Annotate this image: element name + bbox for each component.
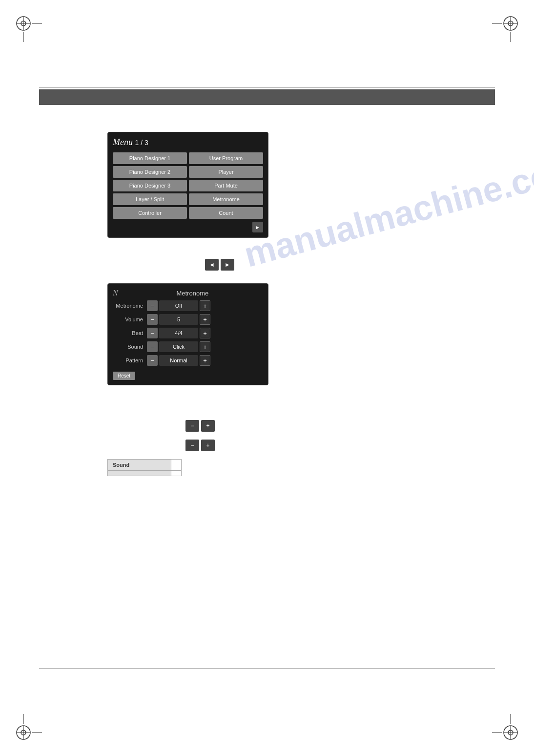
nav-arrows: ◄ ► [205,259,234,271]
metro-minus-sound[interactable]: − [147,341,158,352]
metro-row-sound: Sound − Click + [113,341,263,352]
metro-label-sound: Sound [113,344,147,350]
metro-value-beat: 4/4 [159,328,198,338]
metro-minus-pattern[interactable]: − [147,355,158,366]
metro-row-volume: Volume − 5 + [113,314,263,325]
menu-btn-layer-split[interactable]: Layer / Split [113,193,187,205]
metro-value-volume: 5 [159,314,198,325]
nav-next-button[interactable]: ► [221,259,234,271]
menu-btn-part-mute[interactable]: Part Mute [189,180,263,191]
top-rule [39,87,495,87]
menu-btn-piano-designer-1[interactable]: Piano Designer 1 [113,152,187,164]
metro-plus-volume[interactable]: + [200,314,210,325]
metro-minus-metronome[interactable]: − [147,300,158,311]
metro-minus-beat[interactable]: − [147,328,158,338]
metro-screen: N Metronome Metronome − Off + Volume − 5… [107,283,268,385]
corner-mark-tl [15,15,44,44]
menu-grid: Piano Designer 1 User Program Piano Desi… [113,152,263,219]
metro-plus-metronome[interactable]: + [200,300,210,311]
bottom-nav-row-1: − + [185,420,215,432]
metro-reset-button[interactable]: Reset [113,372,135,380]
menu-btn-user-program[interactable]: User Program [189,152,263,164]
watermark: manualmachine.com [240,146,534,275]
table-row [108,471,182,476]
header-bar [39,89,495,105]
menu-title: Menu 1 / 3 [113,137,263,147]
metro-value-metronome: Off [159,300,198,311]
metro-minus-volume[interactable]: − [147,314,158,325]
metro-value-pattern: Normal [159,355,198,366]
menu-nav: ► [113,222,263,232]
table-cell-empty-label [108,471,171,476]
bottom-nav-1-minus[interactable]: − [185,420,199,432]
menu-btn-piano-designer-2[interactable]: Piano Designer 2 [113,166,187,178]
table-row: Sound [108,460,182,471]
table-cell-empty-value [171,471,182,476]
metro-row-beat: Beat − 4/4 + [113,328,263,338]
menu-btn-piano-designer-3[interactable]: Piano Designer 3 [113,180,187,191]
metro-row-metronome: Metronome − Off + [113,300,263,311]
metro-plus-sound[interactable]: + [200,341,210,352]
metro-row-pattern: Pattern − Normal + [113,355,263,366]
bottom-rule [39,669,495,669]
corner-mark-bl [15,712,44,741]
menu-btn-player[interactable]: Player [189,166,263,178]
info-table: Sound [107,459,182,476]
bottom-nav-2-minus[interactable]: − [185,440,199,451]
bottom-nav-2-plus[interactable]: + [201,440,215,451]
nav-prev-button[interactable]: ◄ [205,259,219,271]
metro-label-beat: Beat [113,330,147,336]
corner-mark-tr [490,15,519,44]
menu-btn-metronome[interactable]: Metronome [189,193,263,205]
table-cell-sound-label: Sound [108,460,171,471]
metro-label-pattern: Pattern [113,357,147,363]
table-cell-sound-value [171,460,182,471]
menu-page-info: 1 / 3 [135,139,148,147]
menu-btn-count[interactable]: Count [189,207,263,219]
metro-screen-title: Metronome [122,290,263,297]
corner-mark-br [490,712,519,741]
metro-plus-pattern[interactable]: + [200,355,210,366]
metro-label-metronome: Metronome [113,303,147,309]
menu-nav-next-button[interactable]: ► [252,222,263,232]
bottom-nav-row-2: − + [185,440,215,451]
menu-btn-controller[interactable]: Controller [113,207,187,219]
metro-plus-beat[interactable]: + [200,328,210,338]
metro-value-sound: Click [159,341,198,352]
menu-screen: Menu 1 / 3 Piano Designer 1 User Program… [107,132,268,238]
metro-label-volume: Volume [113,316,147,322]
bottom-nav-1-plus[interactable]: + [201,420,215,432]
metro-n-icon: N [113,289,118,297]
